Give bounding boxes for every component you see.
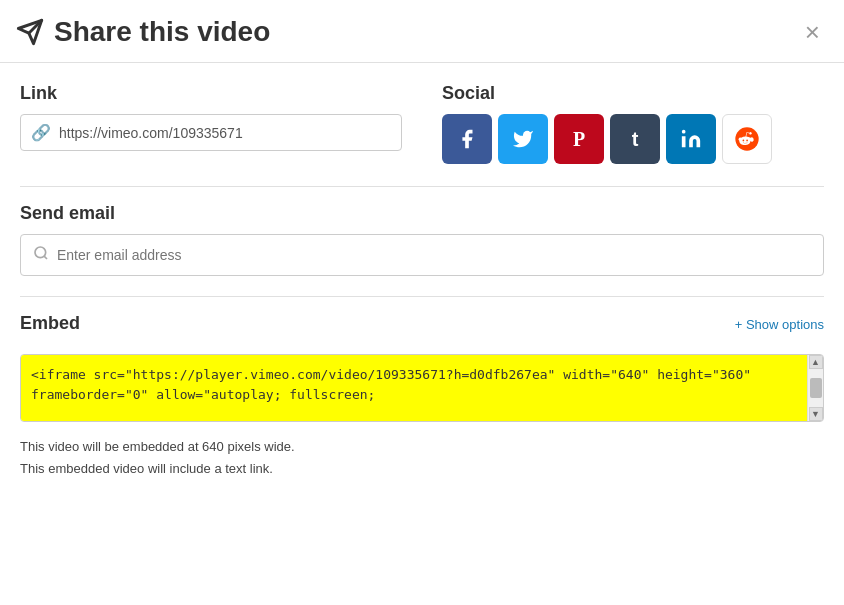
reddit-icon bbox=[733, 125, 761, 153]
title-text: Share this video bbox=[54, 16, 270, 48]
link-section: Link 🔗 bbox=[20, 83, 402, 164]
share-modal: Share this video × Link 🔗 Social bbox=[0, 0, 844, 605]
embed-textarea-wrapper: ▲ ▼ bbox=[20, 354, 824, 422]
close-button[interactable]: × bbox=[801, 19, 824, 45]
link-input[interactable] bbox=[59, 125, 391, 141]
link-label: Link bbox=[20, 83, 402, 104]
scroll-down-arrow[interactable]: ▼ bbox=[809, 407, 823, 421]
embed-info-line2: This embedded video will include a text … bbox=[20, 458, 824, 480]
link-input-wrapper: 🔗 bbox=[20, 114, 402, 151]
show-options-link[interactable]: + Show options bbox=[735, 317, 824, 332]
social-label: Social bbox=[442, 83, 824, 104]
send-icon bbox=[16, 18, 44, 46]
tumblr-button[interactable]: t bbox=[610, 114, 660, 164]
embed-info: This video will be embedded at 640 pixel… bbox=[20, 436, 824, 480]
embed-label: Embed bbox=[20, 313, 80, 334]
modal-header: Share this video × bbox=[0, 0, 844, 63]
svg-point-3 bbox=[682, 130, 686, 134]
divider-2 bbox=[20, 296, 824, 297]
tumblr-icon: t bbox=[632, 128, 639, 151]
embed-textarea[interactable] bbox=[21, 355, 807, 421]
divider-1 bbox=[20, 186, 824, 187]
link-icon: 🔗 bbox=[31, 123, 51, 142]
embed-header: Embed + Show options bbox=[20, 313, 824, 344]
svg-rect-2 bbox=[682, 136, 686, 147]
linkedin-button[interactable] bbox=[666, 114, 716, 164]
top-row: Link 🔗 Social bbox=[20, 83, 824, 164]
scrollbar-thumb[interactable] bbox=[810, 378, 822, 398]
pinterest-icon: P bbox=[573, 128, 585, 151]
modal-title: Share this video bbox=[16, 16, 270, 48]
social-icons: P t bbox=[442, 114, 824, 164]
twitter-button[interactable] bbox=[498, 114, 548, 164]
facebook-icon bbox=[456, 128, 478, 150]
scrollbar: ▲ ▼ bbox=[807, 355, 823, 421]
email-input[interactable] bbox=[57, 247, 811, 263]
social-section: Social P bbox=[442, 83, 824, 164]
search-icon bbox=[33, 245, 49, 265]
modal-body: Link 🔗 Social bbox=[0, 63, 844, 496]
embed-info-line1: This video will be embedded at 640 pixel… bbox=[20, 436, 824, 458]
send-email-section: Send email bbox=[20, 203, 824, 276]
facebook-button[interactable] bbox=[442, 114, 492, 164]
svg-line-6 bbox=[44, 256, 47, 259]
email-input-wrapper bbox=[20, 234, 824, 276]
reddit-button[interactable] bbox=[722, 114, 772, 164]
send-email-label: Send email bbox=[20, 203, 824, 224]
linkedin-icon bbox=[680, 128, 702, 150]
svg-point-5 bbox=[35, 247, 46, 258]
pinterest-button[interactable]: P bbox=[554, 114, 604, 164]
scroll-up-arrow[interactable]: ▲ bbox=[809, 355, 823, 369]
embed-section: Embed + Show options ▲ ▼ This video will… bbox=[20, 313, 824, 480]
twitter-icon bbox=[512, 128, 534, 150]
